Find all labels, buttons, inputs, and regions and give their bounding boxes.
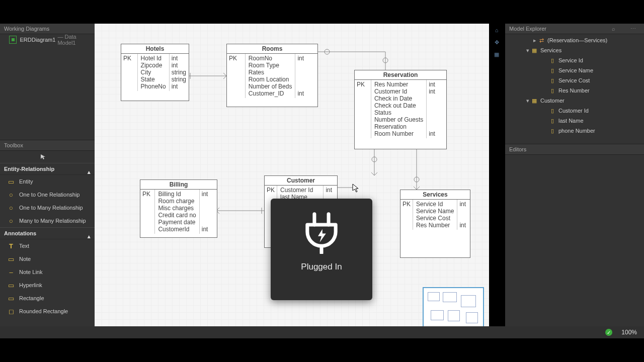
tool-icon: ◻ [7,308,15,315]
entity-reservation[interactable]: ReservationPKRes NumberCustomer IdCheck … [354,70,447,149]
letterbox-bottom [0,338,644,362]
tree-node-label: Service Name [558,67,593,73]
tool-icon: ▭ [7,295,15,302]
status-ok-icon: ✓ [605,329,612,336]
tree-node-label: phone Number [558,128,595,134]
tree-node[interactable]: ▾▦Services [505,45,644,55]
tool-label: Text [19,243,29,249]
tool-label: One to One Relationship [19,192,79,198]
letterbox-top [0,0,644,24]
field-type: int [297,90,315,97]
tool-icon: ▭ [7,178,15,186]
left-sidebar: Working Diagrams ERDDiagram1 — Data Mode… [0,24,95,338]
field-type: int [172,83,187,90]
field-name: RoomNo [249,55,292,62]
tree-node[interactable]: ▸▯Res Number [505,85,644,96]
entity-title: Reservation [355,70,446,80]
home-view-icon[interactable]: ⌂ [491,25,502,36]
toolbox-item[interactable]: –Note Link [0,265,95,279]
diagram-tab-suffix: — Data Model1 [57,34,95,46]
working-diagrams-list: ERDDiagram1 — Data Model1 [0,34,95,140]
entity-billing[interactable]: BillingPKBilling IdRoom chargeMisc charg… [140,179,217,238]
field-type [429,123,444,130]
toolbox-section-header[interactable]: Annotations▴ [0,227,95,239]
field-name: Customer Id [374,88,423,95]
entity-title: Customer [265,176,337,186]
field-type: int [459,201,468,208]
field-type [202,212,215,219]
tool-label: One to Many Relationship [19,205,83,211]
search-icon[interactable]: ⌕ [612,24,615,34]
tree-node-label: Service Id [558,57,583,63]
entity-hotels[interactable]: HotelsPKHotel IdZipcodeCityStatePhoneNoi… [121,44,189,101]
field-name: Room Type [249,62,292,69]
tree-node[interactable]: ▸▯Service Name [505,65,644,75]
tree-node-label: Services [540,47,561,53]
diagram-tab-label: ERDDiagram1 [20,37,55,43]
tool-label: Many to Many Relationship [19,218,86,224]
field-name: Customer_ID [249,90,292,97]
field-type: int [429,81,444,88]
toolbox-item[interactable]: ○Many to Many Relationship [0,214,95,227]
pk-cell [357,102,369,109]
field-type: string [172,69,187,76]
tree-node[interactable]: ▸▯Customer Id [505,106,644,116]
field-type [297,62,315,69]
toolbox-item[interactable]: ▭Note [0,252,95,265]
toolbox-section-header[interactable]: Entity-Relationship▴ [0,163,95,175]
toolbox-panel: Toolbox Entity-Relationship▴▭Entity○One … [0,140,95,318]
toolbox-item[interactable]: ○One to Many Relationship [0,201,95,214]
pk-cell: PK [403,201,411,208]
pk-cell [357,130,369,137]
pk-cell [142,212,152,219]
chevron-up-icon: ▴ [88,231,91,242]
tree-twisty-icon[interactable]: ▾ [525,47,530,54]
diagram-tab-erd1[interactable]: ERDDiagram1 — Data Model1 [0,34,95,45]
tool-label: Hyperlink [19,282,42,288]
tree-twisty-icon[interactable]: ▸ [532,37,537,44]
entity-title: Hotels [121,44,189,54]
tree-node-icon: ▯ [548,118,556,124]
pk-cell [229,76,243,83]
tool-icon: ○ [7,204,15,212]
toolbox-item[interactable]: TText [0,239,95,252]
field-type: int [172,62,187,69]
pk-cell: PK [229,55,243,62]
field-name: Customer Id [280,187,320,194]
toolbox-item[interactable]: ▭Hyperlink [0,279,95,292]
erd-file-icon [9,36,17,44]
tree-node-icon: ▯ [548,67,556,74]
pk-cell: PK [357,81,369,88]
zoom-level[interactable]: 100% [621,329,637,336]
panel-menu-icon[interactable]: ⋯ [630,24,636,34]
field-type [297,83,315,90]
toolbox-header: Toolbox [0,140,95,151]
entity-rooms[interactable]: RoomsPKRoomNoRoom TypeRatesRoom Location… [226,44,318,107]
tree-node[interactable]: ▸▯last Name [505,116,644,126]
grid-view-icon[interactable]: ▦ [491,49,502,60]
field-type: int [297,55,315,62]
tree-node[interactable]: ▸▯Service Id [505,55,644,65]
field-type [297,69,315,76]
toolbox-item[interactable]: ○One to One Relationship [0,188,95,201]
pk-cell [142,205,152,212]
toolbox-item[interactable]: ◻Rounded Rectangle [0,305,95,318]
pk-cell [357,123,369,130]
tree-node[interactable]: ▸▯phone Number [505,126,644,136]
tree-node[interactable]: ▾▦Customer [505,96,644,106]
tree-node-icon: ▦ [530,47,538,54]
entity-services[interactable]: ServicesPKService IdService NameService … [400,190,470,258]
tree-twisty-icon[interactable]: ▾ [525,98,530,104]
tree-node[interactable]: ▸▯Service Cost [505,75,644,85]
tree-node-label: Customer [540,98,565,104]
entity-title: Services [400,190,470,200]
toolbox-pointer-tool[interactable] [0,151,95,163]
diagram-canvas[interactable]: HotelsPKHotel IdZipcodeCityStatePhoneNoi… [95,24,489,338]
tree-node[interactable]: ▸⇄(Reservation—Services) [505,35,644,45]
plug-icon [299,210,344,254]
reset-view-icon[interactable]: ✥ [491,37,502,48]
field-name: Number of Beds [249,83,292,90]
toolbox-item[interactable]: ▭Rectangle [0,292,95,305]
toolbox-item[interactable]: ▭Entity [0,175,95,188]
tree-node-icon: ▯ [548,108,556,114]
